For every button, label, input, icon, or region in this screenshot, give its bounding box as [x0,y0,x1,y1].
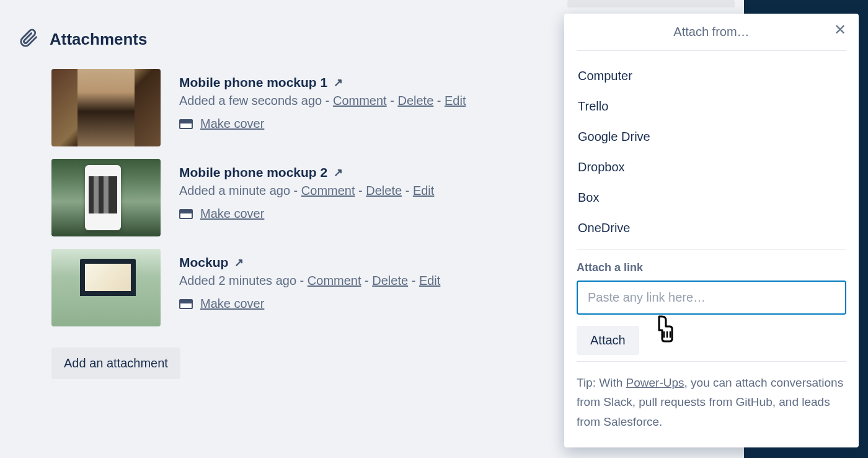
attachment-thumbnail[interactable] [51,249,161,326]
make-cover-link[interactable]: Make cover [200,297,264,311]
external-link-icon[interactable]: ↗ [234,256,244,269]
source-dropbox[interactable]: Dropbox [577,152,846,182]
attachments-section: Attachments Mobile phone mockup 1 ↗ Adde… [19,28,546,379]
delete-link[interactable]: Delete [397,94,433,107]
section-title: Attachments [50,30,147,49]
attachment-title[interactable]: Mockup [179,255,228,270]
cover-icon [179,119,193,129]
source-google-drive[interactable]: Google Drive [577,122,846,152]
paperclip-icon [19,28,38,50]
power-ups-link[interactable]: Power-Ups [626,376,684,389]
source-onedrive[interactable]: OneDrive [577,213,846,243]
comment-link[interactable]: Comment [333,94,387,107]
attach-source-list: Computer Trello Google Drive Dropbox Box… [577,61,846,243]
attachment-thumbnail[interactable] [51,159,161,236]
attachment-item: Mobile phone mockup 1 ↗ Added a few seco… [51,69,546,146]
make-cover-link[interactable]: Make cover [200,207,264,221]
make-cover-row[interactable]: Make cover [179,297,440,311]
section-header: Attachments [19,28,546,50]
attachment-title[interactable]: Mobile phone mockup 1 [179,75,327,90]
source-box[interactable]: Box [577,182,846,213]
attachment-meta: Added 2 minutes ago - Comment - Delete -… [179,274,440,288]
attachment-details: Mockup ↗ Added 2 minutes ago - Comment -… [179,249,440,326]
divider [577,249,846,250]
tip-text: Tip: With Power-Ups, you can attach conv… [577,373,846,431]
attachment-item: Mockup ↗ Added 2 minutes ago - Comment -… [51,249,546,326]
attach-from-popover: Attach from… ✕ Computer Trello Google Dr… [564,14,859,447]
external-link-icon[interactable]: ↗ [334,76,343,89]
divider [577,361,846,362]
attachment-thumbnail[interactable] [51,69,161,146]
edit-link[interactable]: Edit [413,184,434,197]
source-trello[interactable]: Trello [577,91,846,122]
comment-link[interactable]: Comment [301,184,355,197]
attachment-title[interactable]: Mobile phone mockup 2 [179,165,327,180]
delete-link[interactable]: Delete [366,184,402,197]
close-icon[interactable]: ✕ [834,22,846,37]
delete-link[interactable]: Delete [372,274,408,287]
cover-icon [179,209,193,219]
background-element [567,0,735,7]
popover-header: Attach from… ✕ [577,14,846,51]
added-time: Added a minute ago [179,184,290,197]
comment-link[interactable]: Comment [308,274,361,287]
attachment-meta: Added a minute ago - Comment - Delete - … [179,184,434,198]
cover-icon [179,299,193,309]
added-time: Added a few seconds ago [179,94,322,107]
make-cover-row[interactable]: Make cover [179,117,466,131]
attach-button[interactable]: Attach [577,326,639,355]
attachment-item: Mobile phone mockup 2 ↗ Added a minute a… [51,159,546,236]
added-time: Added 2 minutes ago [179,274,296,287]
external-link-icon[interactable]: ↗ [334,166,343,179]
source-computer[interactable]: Computer [577,61,846,91]
make-cover-row[interactable]: Make cover [179,207,434,221]
edit-link[interactable]: Edit [419,274,440,287]
attach-link-label: Attach a link [577,261,846,274]
edit-link[interactable]: Edit [445,94,466,107]
attachment-details: Mobile phone mockup 1 ↗ Added a few seco… [179,69,466,146]
attachment-details: Mobile phone mockup 2 ↗ Added a minute a… [179,159,434,236]
popover-title: Attach from… [673,25,749,38]
make-cover-link[interactable]: Make cover [200,117,264,131]
attachment-meta: Added a few seconds ago - Comment - Dele… [179,94,466,108]
attach-link-input[interactable] [577,281,846,315]
add-attachment-button[interactable]: Add an attachment [51,348,180,379]
attachment-list: Mobile phone mockup 1 ↗ Added a few seco… [51,69,546,326]
